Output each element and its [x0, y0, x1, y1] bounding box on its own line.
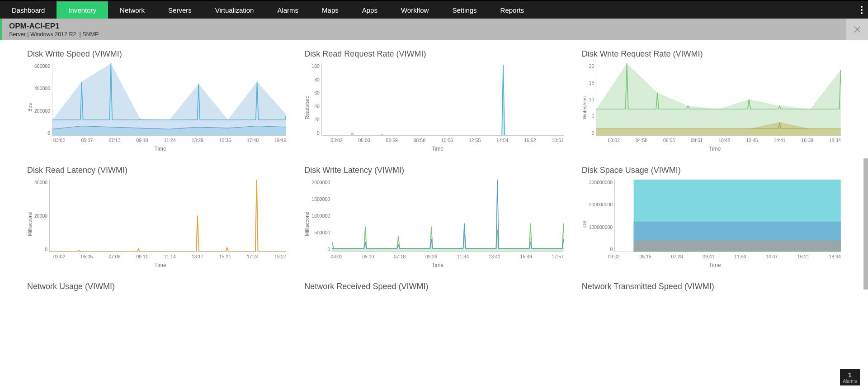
- plot-area[interactable]: [52, 63, 286, 136]
- charts-grid: Disk Write Speed (VIWMI)Bps6000004000002…: [0, 40, 868, 314]
- y-axis-label: Millisecond: [27, 180, 33, 268]
- nav-reports[interactable]: Reports: [489, 1, 536, 19]
- x-axis-label: Time: [311, 146, 563, 152]
- x-ticks: 03:0205:1007:1809:2611:3413:4115:4917:57: [311, 254, 563, 259]
- chart-network-usage: Network Usage (VIWMI): [27, 282, 286, 296]
- chart-disk-read-latency: Disk Read Latency (VIWMI)Millisecond4000…: [27, 166, 286, 268]
- y-axis-label: GB: [582, 180, 587, 268]
- x-axis-label: Time: [34, 146, 286, 152]
- chart-title: Disk Space Usage (VIWMI): [582, 166, 841, 175]
- chart-network-received-speed: Network Received Speed (VIWMI): [304, 282, 563, 296]
- y-axis-label: Writes/sec: [582, 63, 587, 152]
- x-ticks: 03:0205:0507:0809:1111:1413:1715:2117:24…: [34, 254, 286, 259]
- chart-disk-write-latency: Disk Write Latency (VIWMI)Millisecond200…: [304, 166, 563, 268]
- plot-area[interactable]: [332, 180, 563, 252]
- chart-disk-space-usage: Disk Space Usage (VIWMI)GB30000000020000…: [582, 166, 841, 268]
- y-axis-label: Reads/sec: [304, 63, 310, 152]
- chart-disk-write-request-rate: Disk Write Request Rate (VIWMI)Writes/se…: [582, 49, 841, 152]
- x-ticks: 03:0205:0707:1309:1811:2413:2915:3517:40…: [34, 138, 286, 143]
- x-axis-label: Time: [589, 146, 841, 152]
- device-title: OPM-ACI-EP1: [9, 22, 99, 31]
- chart-disk-write-speed: Disk Write Speed (VIWMI)Bps6000004000002…: [27, 49, 286, 152]
- main-nav: DashboardInventoryNetworkServersVirtuali…: [0, 1, 868, 19]
- chart-title: Network Transmitted Speed (VIWMI): [582, 282, 841, 291]
- chart-network-transmitted-speed: Network Transmitted Speed (VIWMI): [582, 282, 841, 296]
- nav-workflow[interactable]: Workflow: [389, 1, 440, 19]
- y-ticks: 100806040200: [311, 63, 321, 136]
- scrollbar-thumb[interactable]: [863, 158, 868, 290]
- chart-title: Disk Read Request Rate (VIWMI): [304, 49, 563, 59]
- nav-alarms[interactable]: Alarms: [265, 1, 310, 19]
- y-ticks: 2000000150000010000005000000: [311, 180, 332, 252]
- chart-disk-read-request-rate: Disk Read Request Rate (VIWMI)Reads/sec1…: [304, 49, 563, 152]
- x-axis-label: Time: [311, 262, 563, 268]
- chart-title: Disk Write Request Rate (VIWMI): [582, 49, 841, 59]
- y-ticks: 6000004000002000000: [34, 63, 52, 136]
- nav-dashboard[interactable]: Dashboard: [0, 1, 57, 19]
- x-ticks: 03:0204:5806:5508:5110:4812:4514:4116:38…: [589, 138, 841, 143]
- nav-inventory[interactable]: Inventory: [57, 1, 108, 19]
- nav-virtualization[interactable]: Virtualization: [203, 1, 266, 19]
- plot-area[interactable]: [596, 63, 841, 136]
- x-axis-label: Time: [589, 262, 841, 268]
- nav-settings[interactable]: Settings: [440, 1, 488, 19]
- chart-title: Disk Write Latency (VIWMI): [304, 166, 563, 175]
- plot-area[interactable]: [49, 180, 286, 252]
- chart-title: Network Received Speed (VIWMI): [304, 282, 563, 291]
- x-ticks: 03:0205:0006:5908:5810:5612:5514:5416:52…: [311, 138, 563, 143]
- nav-maps[interactable]: Maps: [310, 1, 350, 19]
- y-ticks: 20151050: [589, 63, 596, 136]
- y-ticks: 3000000002000000001000000000: [589, 180, 615, 252]
- plot-area[interactable]: [321, 63, 564, 136]
- y-ticks: 40000200000: [34, 180, 49, 252]
- close-button[interactable]: [846, 19, 868, 40]
- nav-network[interactable]: Network: [108, 1, 156, 19]
- y-axis-label: Millisecond: [304, 180, 310, 268]
- chart-title: Network Usage (VIWMI): [27, 282, 286, 291]
- x-ticks: 03:0205:1507:2809:4111:5414:0716:2118:34: [589, 254, 841, 259]
- more-menu-icon[interactable]: [861, 1, 863, 19]
- nav-apps[interactable]: Apps: [350, 1, 389, 19]
- device-header: OPM-ACI-EP1 Server | Windows 2012 R2 | S…: [0, 19, 868, 40]
- plot-area[interactable]: [614, 180, 841, 252]
- chart-title: Disk Write Speed (VIWMI): [27, 49, 286, 59]
- nav-servers[interactable]: Servers: [156, 1, 203, 19]
- chart-title: Disk Read Latency (VIWMI): [27, 166, 286, 175]
- y-axis-label: Bps: [27, 63, 33, 152]
- x-axis-label: Time: [34, 262, 286, 268]
- svg-rect-4: [634, 241, 841, 252]
- device-subtitle: Server | Windows 2012 R2 | SNMP: [9, 31, 99, 38]
